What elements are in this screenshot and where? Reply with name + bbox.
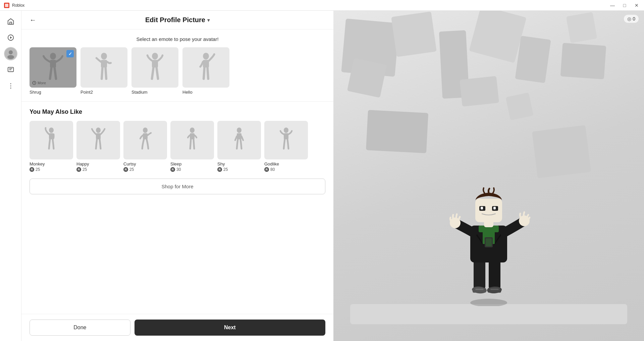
more-badge: More [32, 81, 46, 85]
rec-name-curtsy: Curtsy [123, 161, 167, 166]
app-body: ← Edit Profile Picture ▾ Select an emote… [0, 11, 644, 341]
emote-card-img-stadium [131, 47, 178, 88]
svg-point-12 [10, 88, 11, 89]
emote-grid: ✓ More Shrug [30, 47, 325, 95]
emote-card-hello[interactable]: Hello [182, 47, 229, 95]
emote-name-shrug: Shrug [30, 90, 76, 95]
svg-rect-37 [474, 259, 485, 289]
rec-card-img-shy [217, 121, 261, 159]
rec-card-sleep[interactable]: Sleep R 30 [170, 121, 214, 172]
next-button[interactable]: Next [135, 320, 325, 336]
rec-name-godlike: Godlike [264, 161, 308, 166]
robux-icon-curtsy: R [123, 167, 128, 172]
svg-rect-31 [190, 133, 195, 139]
svg-point-13 [50, 53, 56, 59]
rec-price-happy: R 25 [76, 167, 120, 172]
close-button[interactable]: ✕ [633, 2, 640, 9]
rec-price-value-sleep: 30 [176, 167, 181, 172]
rec-price-godlike: R 80 [264, 167, 308, 172]
back-button[interactable]: ← [30, 16, 36, 24]
rec-price-value-godlike: 80 [270, 167, 275, 172]
sidebar [0, 11, 21, 341]
svg-rect-41 [475, 289, 484, 290]
emote-selector-section: Select an emote to pose your avatar! [21, 30, 333, 102]
rec-price-curtsy: R 25 [123, 167, 167, 172]
svg-point-24 [49, 128, 54, 133]
svg-point-30 [190, 128, 195, 133]
rec-price-value-happy: 25 [83, 167, 87, 172]
shop-for-more-button[interactable]: Shop for More [30, 179, 325, 194]
rec-card-img-curtsy [123, 121, 167, 159]
emote-name-point2: Point2 [80, 90, 127, 95]
block-7 [515, 36, 551, 83]
title-bar-left: Roblox [4, 3, 24, 8]
emote-card-stadium[interactable]: Stadium [131, 47, 178, 95]
sidebar-item-more[interactable] [4, 79, 17, 93]
recommendations-grid: Monkey R 25 [30, 121, 325, 172]
svg-rect-57 [486, 238, 492, 246]
robux-icon-sleep: R [170, 167, 175, 172]
done-button[interactable]: Done [30, 320, 130, 336]
preview-panel: ◎ 0 [333, 11, 644, 341]
rec-name-sleep: Sleep [170, 161, 214, 166]
app-name: Roblox [12, 3, 24, 8]
block-12 [532, 125, 591, 178]
svg-rect-51 [475, 199, 502, 222]
rec-card-img-sleep [170, 121, 214, 159]
svg-rect-21 [152, 60, 158, 68]
svg-point-32 [237, 128, 241, 133]
shop-section: Shop for More [21, 179, 333, 201]
rec-card-happy[interactable]: Happy R 25 [76, 121, 120, 172]
robux-icon-monkey: R [30, 167, 34, 172]
rec-name-monkey: Monkey [30, 161, 73, 166]
avatar-preview [445, 179, 532, 307]
title-bar: Roblox — □ ✕ [0, 0, 644, 11]
minimize-button[interactable]: — [609, 2, 616, 9]
rec-price-sleep: R 30 [170, 167, 214, 172]
robux-icon-shy: R [217, 167, 222, 172]
scrollable-content: Select an emote to pose your avatar! [21, 30, 333, 341]
block-9 [560, 43, 606, 80]
svg-point-17 [34, 82, 34, 82]
rec-price-shy: R 25 [217, 167, 261, 172]
rec-price-value-shy: 25 [223, 167, 228, 172]
svg-point-26 [96, 128, 101, 133]
window-controls: — □ ✕ [609, 2, 640, 9]
svg-rect-54 [481, 207, 483, 209]
more-label: More [38, 81, 46, 85]
emote-card-img-point2 [80, 47, 127, 88]
rec-price-value-curtsy: 25 [129, 167, 134, 172]
svg-point-11 [10, 86, 11, 87]
rec-price-value-monkey: 25 [36, 167, 40, 172]
svg-rect-55 [493, 207, 496, 209]
sidebar-item-home[interactable] [4, 15, 17, 28]
selected-checkmark: ✓ [66, 50, 74, 57]
svg-marker-3 [10, 36, 12, 39]
svg-point-22 [203, 53, 209, 59]
svg-rect-0 [5, 4, 8, 7]
rec-card-shy[interactable]: Shy R 25 [217, 121, 261, 172]
rec-card-img-godlike [264, 121, 308, 159]
emote-card-shrug[interactable]: ✓ More Shrug [30, 47, 76, 95]
emote-card-point2[interactable]: Point2 [80, 47, 127, 95]
rec-card-godlike[interactable]: Godlike R 80 [264, 121, 308, 172]
rec-card-monkey[interactable]: Monkey R 25 [30, 121, 73, 172]
svg-point-6 [7, 55, 14, 59]
rec-card-curtsy[interactable]: Curtsy R 25 [123, 121, 167, 172]
sidebar-item-chat[interactable] [4, 63, 17, 77]
rec-card-img-happy [76, 121, 120, 159]
rec-price-monkey: R 25 [30, 167, 73, 172]
sidebar-item-avatar[interactable] [4, 47, 17, 60]
block-6 [460, 76, 499, 106]
maximize-button[interactable]: □ [621, 2, 628, 9]
block-11 [366, 110, 428, 153]
recommendations-title: You May Also Like [30, 108, 325, 115]
sidebar-item-play[interactable] [4, 31, 17, 44]
chevron-down-icon[interactable]: ▾ [207, 17, 210, 23]
block-5 [469, 11, 526, 63]
svg-rect-44 [490, 289, 499, 290]
block-8 [505, 92, 533, 120]
svg-point-10 [10, 83, 11, 84]
roblox-app-icon [4, 3, 9, 8]
emote-selector-subtitle: Select an emote to pose your avatar! [30, 36, 325, 42]
